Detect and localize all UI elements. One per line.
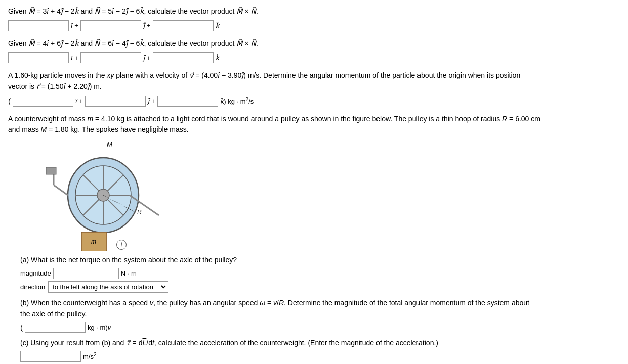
problem-3-open-paren: ( [8, 97, 11, 105]
problem-1: Given M⃗ = 3î + 4ĵ̂ − 2k̂ and N⃗ = 5î − … [8, 6, 620, 31]
part-c-unit: m/s2 [83, 352, 97, 360]
problem-4-statement: A counterweight of mass m = 4.10 kg is a… [8, 114, 620, 135]
part-b-open-paren: ( [20, 323, 23, 332]
problem-3-k-unit: k̂) kg · m2/s [220, 97, 254, 105]
problem-3-input-k[interactable] [157, 96, 218, 107]
problem-1-j-label: ĵ̂ + [143, 22, 151, 29]
svg-text:M: M [107, 141, 112, 148]
part-a-magnitude-row: magnitude N · m [20, 268, 620, 279]
problem-2-k-label: k̂ [216, 54, 220, 62]
part-c-answer-row: m/s2 [20, 351, 620, 362]
problem-3-input-j[interactable] [85, 96, 146, 107]
part-a-magnitude-input[interactable] [53, 268, 119, 279]
problem-1-i-label: î + [71, 22, 78, 29]
part-b: (b) When the counterweight has a speed v… [20, 298, 620, 333]
problem-2: Given M⃗ = 4î + 6ĵ̂ − 2k̂ and N⃗ = 6î − … [8, 38, 620, 64]
part-b-answer-row: ( kg · m)v [20, 322, 620, 333]
part-a: (a) What is the net torque on the system… [20, 255, 620, 293]
direction-select[interactable]: to the left along the axis of rotation t… [48, 281, 168, 293]
magnitude-label: magnitude [20, 269, 51, 277]
problem-3-input-i[interactable] [13, 96, 73, 107]
problem-3-i-label: î + [75, 97, 83, 105]
problem-2-input-k[interactable] [153, 52, 214, 63]
magnitude-unit: N · m [121, 269, 137, 277]
problem-2-input-j[interactable] [80, 52, 141, 63]
problem-1-statement: Given M⃗ = 3î + 4ĵ̂ − 2k̂ and N⃗ = 5î − … [8, 6, 620, 17]
problem-3: A 1.60-kg particle moves in the xy plane… [8, 70, 620, 106]
svg-line-13 [54, 185, 68, 195]
problem-2-j-label: ĵ̂ + [143, 54, 151, 62]
problem-4: A counterweight of mass m = 4.10 kg is a… [8, 114, 620, 362]
part-c: (c) Using your result from (b) and τ⃗ = … [20, 338, 620, 362]
part-b-unit: kg · m)v [88, 324, 111, 331]
svg-text:R: R [137, 209, 142, 216]
pulley-diagram: M m [28, 140, 180, 251]
problem-1-k-label: k̂ [216, 22, 220, 29]
problem-2-statement: Given M⃗ = 4î + 6ĵ̂ − 2k̂ and N⃗ = 6î − … [8, 38, 620, 50]
problem-1-answer-row: î + ĵ̂ + k̂ [8, 20, 620, 31]
svg-text:m: m [91, 238, 96, 245]
part-b-input[interactable] [25, 322, 86, 333]
problem-1-input-j[interactable] [80, 20, 141, 31]
problem-2-i-label: î + [71, 54, 78, 62]
part-a-direction-row: direction to the left along the axis of … [20, 281, 620, 293]
problem-3-j-label: ĵ̂ + [148, 97, 155, 105]
direction-label: direction [20, 283, 45, 291]
part-c-input[interactable] [20, 351, 81, 362]
part-b-statement: (b) When the counterweight has a speed v… [20, 298, 620, 320]
problem-2-input-i[interactable] [8, 52, 69, 63]
svg-rect-15 [46, 167, 56, 174]
part-a-statement: (a) What is the net torque on the system… [20, 255, 620, 266]
problem-3-statement: A 1.60-kg particle moves in the xy plane… [8, 70, 620, 92]
problem-1-input-i[interactable] [8, 20, 69, 31]
problem-2-answer-row: î + ĵ̂ + k̂ [8, 52, 620, 63]
problem-3-answer-row: ( î + ĵ̂ + k̂) kg · m2/s [8, 96, 620, 107]
part-c-statement: (c) Using your result from (b) and τ⃗ = … [20, 338, 620, 349]
problem-1-input-k[interactable] [153, 20, 214, 31]
